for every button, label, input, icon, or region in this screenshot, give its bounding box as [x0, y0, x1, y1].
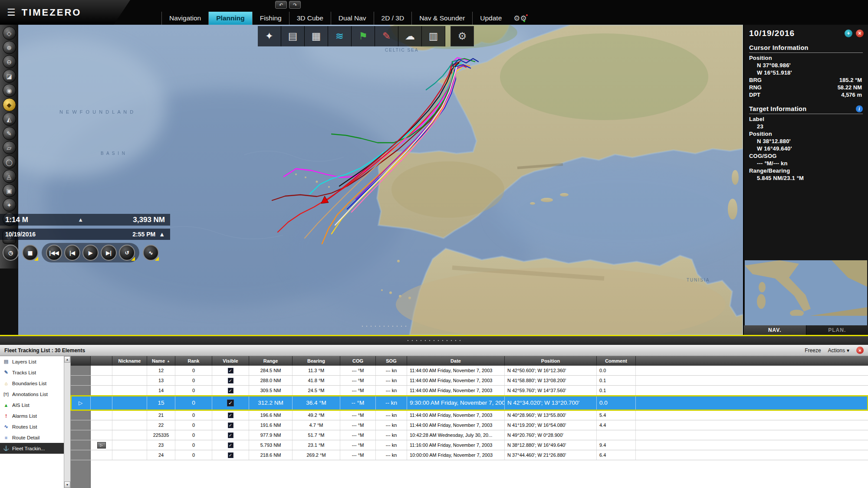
fleet-row-225335[interactable]: 2253350✓977.9 NM51.7 °M--- °M--- kn10:42… — [71, 430, 868, 440]
weather-button[interactable]: ☁ — [398, 26, 422, 46]
compass-button[interactable]: ✦ — [258, 26, 281, 46]
play-button[interactable]: ▶ — [82, 245, 99, 261]
sounder-button[interactable]: ≋ — [328, 26, 352, 46]
tab-navigation[interactable]: Navigation — [161, 12, 208, 25]
fleet-row-21[interactable]: 210✓196.6 NM49.2 °M--- °M--- kn11:44:00 … — [71, 410, 868, 420]
tab-fishing[interactable]: Fishing — [252, 12, 289, 25]
zoom-out-tool[interactable]: ⊖ — [3, 55, 16, 69]
sidebar-scrollbar[interactable]: ▲ ▼ — [64, 356, 70, 488]
fleet-row-13[interactable]: 130✓288.0 NM41.8 °M--- °M--- kn11:44:00 … — [71, 376, 868, 386]
visible-checkbox[interactable]: ✓ — [228, 388, 233, 393]
column-header-sog[interactable]: SOG — [376, 356, 407, 366]
visible-checkbox[interactable]: ✓ — [228, 378, 233, 383]
list-item-routes-list[interactable]: ∿Routes List — [0, 421, 64, 432]
tab-planning[interactable]: Planning — [208, 12, 252, 25]
lists-button[interactable]: ▥ — [422, 26, 445, 46]
column-header-comment[interactable]: Comment — [597, 356, 636, 366]
tab-3d-cube[interactable]: 3D Cube — [289, 12, 331, 25]
zoom-in-tool[interactable]: ⊕ — [3, 41, 16, 54]
column-header-position[interactable]: Position — [505, 356, 597, 366]
column-header-bearing[interactable]: Bearing — [293, 356, 340, 366]
column-header-date[interactable]: Date — [407, 356, 505, 366]
eraser-tool[interactable]: ◪ — [3, 69, 16, 83]
list-item-tracks-list[interactable]: ✎Tracks List — [0, 367, 64, 378]
column-header-nickname[interactable]: Nickname — [112, 356, 147, 366]
freeze-button[interactable]: Freeze — [805, 347, 821, 354]
scroll-down-button[interactable]: ▼ — [64, 481, 70, 488]
catch-tool[interactable]: ✦ — [3, 198, 16, 212]
overview-minimap[interactable] — [745, 260, 867, 325]
tab-plan[interactable]: PLAN. — [806, 325, 868, 335]
list-item-ais-list[interactable]: ▲AIS List — [0, 400, 64, 410]
menu-icon[interactable]: ☰ — [7, 7, 16, 18]
tab-nav-sounder[interactable]: Nav & Sounder — [411, 12, 472, 25]
undo-button[interactable]: ↶ — [275, 1, 287, 9]
area-tool[interactable]: ▱ — [3, 141, 16, 154]
settings-gears-button[interactable]: ⚙ — [450, 26, 474, 46]
fleet-row-12[interactable]: 120✓284.5 NM11.3 °M--- °M--- kn11:44:00 … — [71, 366, 868, 376]
divider-tool[interactable]: ◭ — [3, 112, 16, 126]
clock-button[interactable]: ◷ — [3, 245, 19, 261]
column-header-visible[interactable]: Visible — [212, 356, 249, 366]
column-header-name[interactable]: Name▲ — [147, 356, 175, 366]
skip-start-button[interactable]: |◀◀ — [46, 245, 62, 261]
visible-checkbox[interactable]: ✓ — [228, 413, 233, 418]
pencil-tool[interactable]: ✎ — [3, 127, 16, 140]
fleet-row-15[interactable]: ▷150✓312.2 NM36.4 °M-- °M-- kn9:30:00 AM… — [71, 396, 868, 410]
fleet-row-24[interactable]: 240✓218.6 NM269.2 °M--- °M--- kn10:00:00… — [71, 450, 868, 460]
calendar-button[interactable]: ▦ — [22, 245, 38, 261]
info-icon[interactable]: i — [856, 105, 863, 112]
step-forward-button[interactable]: ▶| — [101, 245, 117, 261]
row-marker-cell — [71, 366, 91, 375]
tab-update[interactable]: Update — [472, 12, 509, 25]
fleet-row-14[interactable]: 140✓309.5 NM24.5 °M--- °M--- kn11:44:00 … — [71, 386, 868, 396]
mark-tool[interactable]: ◉ — [3, 84, 16, 97]
column-header-range[interactable]: Range — [249, 356, 293, 366]
fleet-row-22[interactable]: 220✓191.6 NM4.7 °M--- °M--- kn11:44:00 A… — [71, 420, 868, 430]
photo-tool[interactable]: ▣ — [3, 184, 16, 197]
scroll-up-button[interactable]: ▲ — [64, 356, 70, 363]
route-flag-button[interactable]: ⚑ — [352, 26, 375, 46]
list-item-fleet-trackin[interactable]: ⚓Fleet Trackin... — [0, 443, 64, 454]
logbook-button[interactable]: ▤ — [281, 26, 305, 46]
route-graph-button[interactable]: ∿ — [143, 245, 159, 261]
pan-tool[interactable]: ◇ — [3, 26, 16, 40]
actions-menu-button[interactable]: Actions ▾ — [828, 347, 849, 354]
close-panel-button[interactable]: × — [856, 29, 864, 37]
waypoint-tool[interactable]: ◬ — [3, 170, 16, 183]
timeline-date-bar[interactable]: 10/19/2016 2:55 PM ▲ — [0, 229, 170, 240]
visible-checkbox[interactable]: ✓ — [228, 452, 233, 458]
visible-checkbox[interactable]: ✓ — [228, 442, 233, 448]
chart-map[interactable]: N E W F O U N D L A N DB A S I NCELTIC S… — [18, 25, 743, 335]
column-header-blank[interactable] — [91, 356, 112, 366]
list-item-boundaries-list[interactable]: ⌂Boundaries List — [0, 378, 64, 389]
visible-checkbox[interactable]: ✓ — [227, 400, 234, 406]
replay-button[interactable]: ↺ — [119, 245, 135, 261]
step-back-button[interactable]: |◀ — [64, 245, 80, 261]
list-item-layers-list[interactable]: ▤Layers List — [0, 356, 64, 367]
list-item-annotations-list[interactable]: [T]Annotations List — [0, 389, 64, 400]
annotation-pen-button[interactable]: ✎ — [375, 26, 398, 46]
redo-button[interactable]: ↷ — [289, 1, 301, 9]
toolbar-dots-handle[interactable] — [360, 324, 408, 328]
boat-tool[interactable]: ◆ — [3, 98, 16, 111]
visible-checkbox[interactable]: ✓ — [228, 432, 233, 438]
visible-checkbox[interactable]: ✓ — [228, 422, 233, 428]
tab-2d-3d[interactable]: 2D / 3D — [374, 12, 412, 25]
list-item-alarms-list[interactable]: !Alarms List — [0, 410, 64, 421]
visible-checkbox[interactable]: ✓ — [228, 368, 233, 373]
close-fleet-panel-button[interactable]: × — [856, 347, 864, 354]
add-panel-button[interactable]: + — [845, 29, 852, 37]
fleet-row-23[interactable]: ▷230✓5.793 NM23.1 °M--- °M--- kn11:16:00… — [71, 440, 868, 450]
charts-button[interactable]: ▦ — [305, 26, 328, 46]
column-header-rank[interactable]: Rank — [175, 356, 212, 366]
tab-nav[interactable]: NAV. — [744, 325, 806, 335]
cell-date: 10:42:28 AM Wednesday, July 30, 20... — [407, 430, 505, 440]
tab-dual-nav[interactable]: Dual Nav — [331, 12, 374, 25]
cell-name: 21 — [147, 410, 175, 420]
list-item-route-detail[interactable]: ≡Route Detail — [0, 432, 64, 443]
panel-splitter[interactable] — [0, 336, 868, 345]
column-header-cog[interactable]: COG — [340, 356, 376, 366]
circle-tool[interactable]: ◯ — [3, 155, 16, 169]
settings-gear-icon[interactable]: ⚙⚙ — [509, 12, 531, 25]
